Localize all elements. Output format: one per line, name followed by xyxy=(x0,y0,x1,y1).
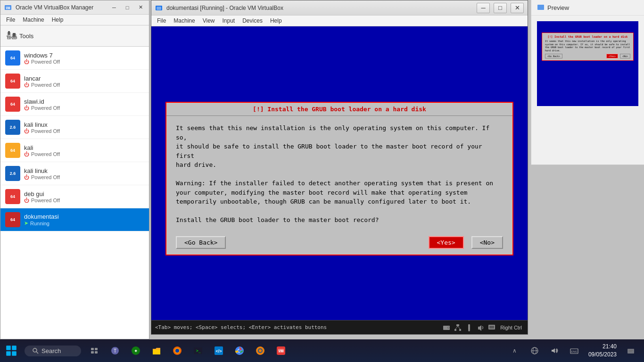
svg-text:T: T xyxy=(114,348,116,354)
svg-text:ENG: ENG xyxy=(571,350,577,353)
svg-rect-60 xyxy=(629,351,632,352)
vm-item-debgui[interactable]: 64 deb gui ⏻ Powered Off xyxy=(0,185,149,208)
preview-icon xyxy=(537,4,545,11)
vm-icon-kalilinux: 2.6 xyxy=(5,120,20,135)
grub-dialog-body: It seems that this new installation is t… xyxy=(166,116,512,232)
virtualbox-button[interactable]: VM xyxy=(272,341,290,360)
vm-item-dokumentasi[interactable]: 64 dokumentasi ➤ Running xyxy=(0,208,149,231)
vm-status-kalilinuk: Powered Off xyxy=(31,174,60,180)
svg-point-49 xyxy=(259,349,262,352)
svg-rect-30 xyxy=(95,348,98,350)
tools-label: Tools xyxy=(19,33,33,40)
grub-dialog: [!] Install the GRUB boot loader on a ha… xyxy=(165,102,513,255)
vm-status-debgui: Powered Off xyxy=(31,197,60,203)
network-button[interactable] xyxy=(525,341,544,360)
menu-machine[interactable]: Machine xyxy=(19,16,48,24)
volume-button[interactable] xyxy=(545,341,564,360)
vm-status-row-kalilinux: ⏻ Powered Off xyxy=(24,128,144,134)
go-back-button[interactable]: <Go Back> xyxy=(176,236,226,249)
svg-rect-14 xyxy=(454,329,456,331)
no-button[interactable]: <No> xyxy=(471,236,503,249)
start-button[interactable] xyxy=(0,339,23,362)
vm-window-title: dokumentasi [Running] - Oracle VM Virtua… xyxy=(166,5,473,11)
vm-statusbar-icons: Right Ctrl xyxy=(442,323,524,332)
chat-button[interactable]: T xyxy=(106,341,124,360)
vm-statusbar: <Tab> moves; <Space> selects; <Enter> ac… xyxy=(151,320,528,334)
power-off-icon-lancar: ⏻ xyxy=(24,82,29,88)
search-icon xyxy=(32,347,39,354)
running-icon-dokumentasi: ➤ xyxy=(24,220,28,226)
svg-point-27 xyxy=(33,348,37,352)
vm-maximize-button[interactable]: □ xyxy=(494,3,507,13)
vm-info-windows7: windows 7 ⏻ Powered Off xyxy=(24,52,144,65)
usb-icon xyxy=(464,323,474,332)
svg-rect-22 xyxy=(537,5,544,10)
chrome-icon xyxy=(234,346,245,356)
notification-center-button[interactable] xyxy=(621,341,640,360)
taskbar: Search T ✦ xyxy=(0,339,644,362)
vm-screen[interactable]: [!] Install the GRUB boot loader on a ha… xyxy=(151,26,528,320)
svg-rect-5 xyxy=(8,31,10,35)
vm-name-kalilinux: kali linux xyxy=(24,121,144,128)
vm-status-row-dokumentasi: ➤ Running xyxy=(24,220,144,226)
vm-menu-devices[interactable]: Devices xyxy=(239,16,266,25)
vm-item-slawi[interactable]: 64 slawi.id ⏻ Powered Off xyxy=(0,93,149,116)
file-manager-button[interactable] xyxy=(147,341,166,360)
vm-icon-kalilinuk: 2.6 xyxy=(5,166,20,181)
vm-info-lancar: lancar ⏻ Powered Off xyxy=(24,75,144,88)
yes-button[interactable]: <Yes> xyxy=(429,236,464,249)
vm-menu-machine[interactable]: Machine xyxy=(170,16,198,25)
vm-status-row-slawi: ⏻ Powered Off xyxy=(24,105,144,111)
keyboard-language-button[interactable]: ENG xyxy=(565,341,584,360)
power-off-icon-windows7: ⏻ xyxy=(24,59,29,65)
vm-close-button[interactable]: ✕ xyxy=(511,3,524,13)
virtualbox-icon: VM xyxy=(276,346,286,356)
svg-text:>_: >_ xyxy=(196,349,201,353)
hdd-icon xyxy=(442,323,451,332)
svg-text:Tools: Tools xyxy=(6,35,17,40)
vm-item-lancar[interactable]: 64 lancar ⏻ Powered Off xyxy=(0,70,149,93)
svg-rect-59 xyxy=(629,350,633,351)
game-bar-button[interactable]: ✦ xyxy=(126,341,145,360)
vm-menu-help[interactable]: Help xyxy=(266,16,286,25)
vm-minimize-button[interactable]: ─ xyxy=(477,3,490,13)
vm-icon-debgui: 64 xyxy=(5,189,20,204)
vm-window-icon xyxy=(155,4,163,12)
firefox-button[interactable] xyxy=(168,341,187,360)
vm-status-row-windows7: ⏻ Powered Off xyxy=(24,59,144,65)
vm-item-kali[interactable]: 64 kali ⏻ Powered Off xyxy=(0,139,149,162)
vm-menu-input[interactable]: Input xyxy=(219,16,239,25)
vm-status-row-kali: ⏻ Powered Off xyxy=(24,151,144,157)
vm-status-lancar: Powered Off xyxy=(31,82,60,88)
show-hidden-icons-button[interactable]: ∧ xyxy=(505,341,524,360)
power-off-icon-debgui: ⏻ xyxy=(24,197,29,203)
search-bar[interactable]: Search xyxy=(25,346,81,356)
svg-line-28 xyxy=(36,352,38,354)
audio-icon xyxy=(476,323,485,332)
vm-info-kalilinux: kali linux ⏻ Powered Off xyxy=(24,121,144,134)
volume-icon xyxy=(550,346,559,355)
svg-rect-31 xyxy=(91,351,94,354)
vm-item-windows7[interactable]: 64 windows 7 ⏻ Powered Off xyxy=(0,47,149,70)
vm-item-kalilinux[interactable]: 2.6 kali linux ⏻ Powered Off xyxy=(0,116,149,139)
clock-button[interactable]: 21:40 09/05/2023 xyxy=(585,341,620,361)
task-view-button[interactable] xyxy=(85,341,104,360)
minimize-button[interactable]: ─ xyxy=(109,3,119,12)
menu-help[interactable]: Help xyxy=(48,16,67,24)
vm-statusbar-text: <Tab> moves; <Space> selects; <Enter> ac… xyxy=(155,324,442,330)
chat-icon: T xyxy=(110,346,120,356)
vscode-button[interactable]: </> xyxy=(209,341,228,360)
close-button[interactable]: ✕ xyxy=(136,3,145,12)
blender-button[interactable] xyxy=(251,341,270,360)
terminal-button[interactable]: >_ xyxy=(189,341,207,360)
vm-menu-file[interactable]: File xyxy=(153,16,170,25)
vm-menu-view[interactable]: View xyxy=(199,16,219,25)
chrome-button[interactable] xyxy=(230,341,249,360)
svg-text:VM: VM xyxy=(279,349,284,353)
power-off-icon-kalilinux: ⏻ xyxy=(24,128,29,134)
maximize-button[interactable]: □ xyxy=(123,3,132,12)
taskbar-right: ∧ ENG 21:40 09/ xyxy=(505,341,644,361)
menu-file[interactable]: File xyxy=(2,16,19,24)
vm-item-kalilinuk[interactable]: 2.6 kali linuk ⏻ Powered Off xyxy=(0,162,149,185)
vm-status-windows7: Powered Off xyxy=(31,59,60,65)
